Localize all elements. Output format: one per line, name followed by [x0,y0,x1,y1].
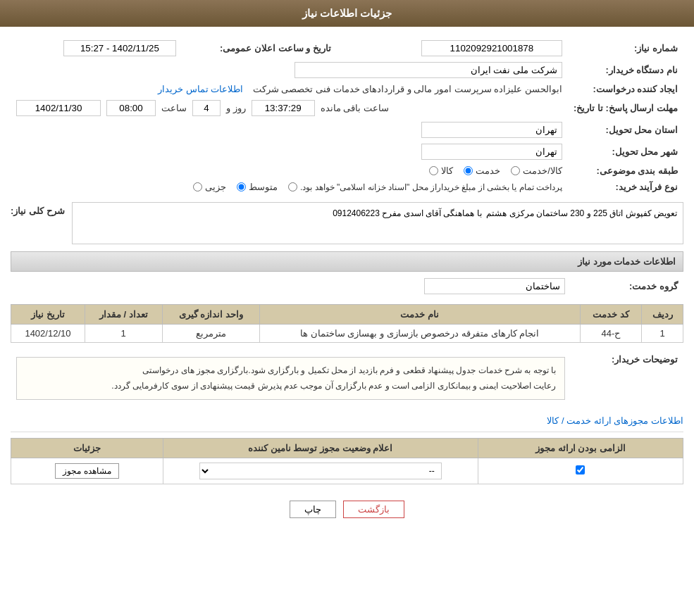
province-input[interactable] [421,122,562,138]
table-row: 1 ح-44 انجام کارهای متفرقه درخصوص بازساز… [11,325,683,343]
buyer-org-label: نام دستگاه خریدار: [568,59,683,81]
main-content: شماره نیاز: تاریخ و ساعت اعلان عمومی: نا… [0,27,694,539]
time-label: ساعت [161,103,187,113]
footer-buttons: بازگشت چاپ [11,490,683,529]
col-qty: تعداد / مقدار [85,305,162,325]
cell-row: 1 [642,325,683,343]
category-label: طبقه بندی موضوعی: [568,163,683,179]
province-label: استان محل تحویل: [568,119,683,141]
service-group-table: گروه خدمت: [11,275,683,297]
col-date: تاریخ نیاز [11,305,85,325]
permits-section-title: اطلاعات مجوزهای ارائه خدمت / کالا [11,415,683,426]
process-partial[interactable]: جزیی [193,182,226,192]
list-item: -- مشاهده مجوز [11,458,683,484]
back-button[interactable]: بازگشت [343,501,404,518]
need-description-textarea[interactable]: تعویض کفپوش اتاق 225 و 230 ساختمان مرکزی… [72,202,683,244]
need-description-label: شرح کلی نیاز: [11,202,65,216]
col-name: نام خدمت [259,305,580,325]
need-description-section: تعویض کفپوش اتاق 225 و 230 ساختمان مرکزی… [11,202,683,244]
service-group-input[interactable] [424,278,565,294]
days-input[interactable] [192,100,221,116]
process-medium[interactable]: متوسط [237,182,278,192]
cell-unit: مترمربع [162,325,259,343]
page-wrapper: جزئیات اطلاعات نیاز شماره نیاز: تاریخ و … [0,0,694,616]
services-section-title: اطلاعات خدمات مورد نیاز [11,251,683,272]
city-label: شهر محل تحویل: [568,141,683,163]
buyer-notes-label: توضیحات خریدار: [571,348,683,408]
cell-date: 1402/12/10 [11,325,85,343]
permit-required-cell [478,458,683,484]
permit-details-cell: مشاهده مجوز [11,458,163,484]
permit-status-cell: -- [163,458,478,484]
category-kala-khidmat[interactable]: کالا/خدمت [511,165,562,176]
permit-required-checkbox[interactable] [576,465,585,474]
contact-link[interactable]: اطلاعات تماس خریدار [158,84,243,94]
process-special[interactable]: پرداخت تمام یا بخشی از مبلغ خریداراز محل… [288,182,562,192]
category-khidmat[interactable]: خدمت [464,165,500,176]
permit-table: الزامی بودن ارائه مجوز اعلام وضعیت مجوز … [11,438,683,484]
permit-status-select[interactable]: -- [199,463,442,479]
city-input[interactable] [421,144,562,160]
col-row: ردیف [642,305,683,325]
separator [11,432,683,432]
remaining-time-label: ساعت باقی مانده [321,103,389,113]
creator-name: ابوالحسن علیزاده سرپرست امور مالی و قرار… [253,84,562,94]
col-unit: واحد اندازه گیری [162,305,259,325]
permit-col-status: اعلام وضعیت مجوز توسط نامین کننده [163,439,478,458]
need-number-input[interactable] [421,40,562,56]
page-header: جزئیات اطلاعات نیاز [0,0,694,27]
buyer-notes-table: توضیحات خریدار: با توجه به شرح خدمات جدو… [11,348,683,408]
services-table: ردیف کد خدمت نام خدمت واحد اندازه گیری ت… [11,304,683,343]
announce-input[interactable] [63,40,176,56]
creator-label: ایجاد کننده درخواست: [568,81,683,97]
response-date-label: مهلت ارسال پاسخ: تا تاریخ: [568,97,683,119]
header-title: جزئیات اطلاعات نیاز [302,7,392,19]
cell-name: انجام کارهای متفرقه درخصوص بازسازی و بهس… [259,325,580,343]
permit-col-details: جزئیات [11,439,163,458]
announce-label: تاریخ و ساعت اعلان عمومی: [182,37,337,59]
response-date-input[interactable] [16,100,101,116]
view-permit-button[interactable]: مشاهده مجوز [55,463,118,479]
service-group-label: گروه خدمت: [571,275,683,297]
remaining-time-input[interactable] [252,100,315,116]
need-number-label: شماره نیاز: [568,37,683,59]
buyer-notes-text: با توجه به شرح خدمات جدول پیشنهاد قطعی و… [16,357,565,400]
buyer-org-input[interactable] [295,62,562,78]
time-input[interactable] [106,100,156,116]
process-label: نوع فرآیند خرید: [568,179,683,195]
permit-col-required: الزامی بودن ارائه مجوز [478,439,683,458]
category-kala[interactable]: کالا [429,165,453,176]
days-label: روز و [226,103,246,113]
col-code: کد خدمت [580,305,642,325]
cell-qty: 1 [85,325,162,343]
print-button[interactable]: چاپ [290,501,336,518]
top-info-table: شماره نیاز: تاریخ و ساعت اعلان عمومی: نا… [11,37,683,195]
cell-code: ح-44 [580,325,642,343]
